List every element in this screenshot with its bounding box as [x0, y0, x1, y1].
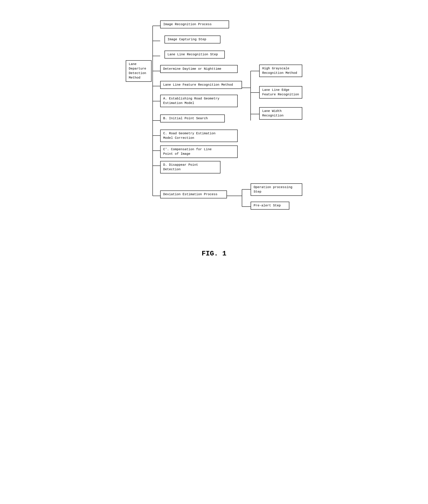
lane-line-recognition-box: Lane Line Recognition Step — [165, 51, 225, 58]
diagram-lines — [117, 8, 311, 245]
image-capturing-box: Image Capturing Step — [165, 35, 221, 43]
pre-alert-box: Pre-alert Step — [251, 202, 289, 210]
deviation-estimation-box: Deviation Estimation Process — [160, 190, 227, 198]
establishing-road-box: A. Establishing Road Geometry Estimation… — [160, 95, 238, 107]
figure-label: FIG. 1 — [117, 250, 311, 258]
road-geometry-box: C. Road Geometry Estimation Model Correc… — [160, 130, 238, 142]
disappear-box: D. Disappear Point Detection — [160, 161, 221, 173]
lane-line-feature-box: Lane Line Feature Recognition Method — [160, 81, 242, 89]
initial-point-box: B. Initial Point Search — [160, 114, 225, 122]
page-container: Lane Departure Detection Method Image Re… — [117, 8, 311, 258]
diagram: Lane Departure Detection Method Image Re… — [117, 8, 311, 245]
image-recognition-box: Image Recognition Process — [160, 20, 229, 28]
lane-line-edge-box: Lane Line Edge Feature Recognition — [259, 86, 302, 98]
lane-departure-box: Lane Departure Detection Method — [126, 60, 152, 82]
high-grayscale-box: High Grayscale Recognition Method — [259, 65, 302, 77]
compensation-box: C'. Compensation for Line Point of Image — [160, 146, 238, 158]
operation-processing-box: Operation processing Step — [251, 183, 302, 196]
determine-daytime-box: Determine Daytime or Nighttime — [160, 65, 238, 73]
lane-width-box: Lane Width Recognition — [259, 107, 302, 120]
